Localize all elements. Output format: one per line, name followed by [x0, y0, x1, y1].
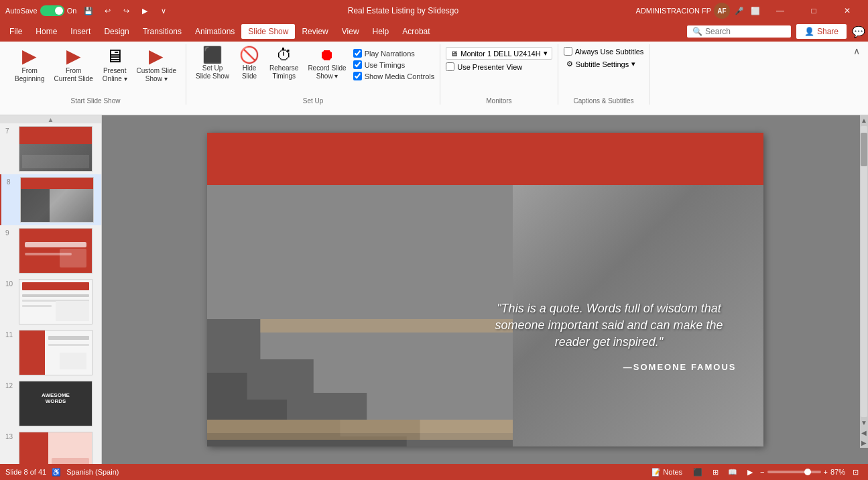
record-label: Record SlideShow ▾	[308, 64, 346, 80]
menu-acrobat[interactable]: Acrobat	[395, 24, 436, 39]
scroll-thumb[interactable]	[861, 133, 867, 166]
slide-thumb-10	[19, 279, 92, 324]
zoom-in-button[interactable]: +	[824, 468, 828, 476]
accessibility-button[interactable]: ♿	[52, 468, 61, 477]
autosave-on: On	[67, 7, 77, 15]
scroll-track[interactable]	[861, 126, 867, 417]
notes-button[interactable]: 📝 Notes	[646, 467, 688, 478]
fit-slide-button[interactable]: ⊡	[848, 465, 863, 479]
maximize-button[interactable]: □	[798, 0, 829, 21]
from-beginning-button[interactable]: ▶ FromBeginning	[11, 44, 48, 86]
canvas-vscroll[interactable]: ▲ ▼ ◀ ▶	[860, 115, 868, 448]
rehearse-timings-button[interactable]: ⏱ RehearseTimings	[265, 44, 302, 83]
customize-button[interactable]: ∨	[157, 4, 170, 17]
slideshow-view-button[interactable]: ▶	[743, 465, 757, 479]
subtitle-settings-button[interactable]: ⚙ Subtitle Settings ▾	[564, 58, 644, 70]
slide-item-9[interactable]: 9	[0, 225, 101, 276]
ribbon-collapse-button[interactable]: ∧	[851, 44, 863, 58]
show-media-controls-checkbox[interactable]: Show Media Controls	[353, 72, 435, 80]
scroll-down-arrow[interactable]: ▼	[859, 418, 868, 428]
record-slideshow-button[interactable]: ⏺ Record SlideShow ▾	[304, 44, 350, 83]
monitor-chevron-icon: ▾	[544, 49, 548, 58]
play-narrations-checkbox[interactable]: Play Narrations	[353, 49, 435, 58]
slide-number-10: 10	[5, 279, 16, 288]
slide-info: Slide 8 of 41	[5, 468, 46, 476]
slide-sorter-button[interactable]: ⊞	[708, 465, 723, 479]
slide-item-10[interactable]: 10	[0, 276, 101, 327]
custom-slideshow-label: Custom SlideShow ▾	[137, 67, 176, 83]
menu-view[interactable]: View	[335, 24, 366, 39]
quote-author: —SOMEONE FAMOUS	[482, 361, 737, 371]
slide-top-bar	[207, 133, 763, 185]
ribbon-group-captions: Always Use Subtitles ⚙ Subtitle Settings…	[558, 44, 650, 105]
ribbon-collapse-button[interactable]: ⬜	[749, 4, 762, 17]
share-button[interactable]: 👤 Share	[796, 24, 847, 39]
hide-slide-button[interactable]: 🚫 HideSlide	[235, 44, 264, 83]
use-timings-checkbox[interactable]: Use Timings	[353, 60, 435, 69]
slide-item-7[interactable]: 7	[0, 123, 101, 174]
svg-rect-5	[260, 319, 513, 333]
scroll-prev-arrow[interactable]: ◀	[860, 428, 868, 438]
slide-thumb-11	[19, 330, 92, 375]
slide-item-12[interactable]: 12 AWESOMEWORDS	[0, 378, 101, 429]
zoom-slider[interactable]: − +	[760, 468, 828, 476]
hide-slide-icon: 🚫	[239, 47, 259, 63]
undo-button[interactable]: ↩	[101, 4, 114, 17]
close-button[interactable]: ✕	[832, 0, 863, 21]
always-use-subtitles-checkbox[interactable]: Always Use Subtitles	[564, 47, 644, 56]
microphone-button[interactable]: 🎤	[733, 4, 746, 17]
play-from-start-icon: ▶	[22, 47, 37, 66]
autosave-toggle[interactable]	[40, 5, 64, 16]
slide-canvas: "This is a quote. Words full of wisdom t…	[207, 133, 763, 446]
monitor-dropdown[interactable]: 🖥 Monitor 1 DELL U2414H ▾	[446, 47, 552, 60]
slide-item-8[interactable]: 8	[0, 174, 101, 225]
zoom-track[interactable]	[767, 471, 821, 473]
slide-panel[interactable]: ▲ 7 8 9	[0, 115, 102, 464]
menu-transitions[interactable]: Transitions	[136, 24, 188, 39]
slide-item-11[interactable]: 11	[0, 327, 101, 378]
statusbar-left: Slide 8 of 41 ♿ Spanish (Spain)	[5, 468, 641, 477]
menu-review[interactable]: Review	[295, 24, 334, 39]
menu-insert[interactable]: Insert	[64, 24, 97, 39]
menu-animations[interactable]: Animations	[188, 24, 241, 39]
share-icon: 👤	[804, 27, 814, 36]
user-name: ADMINISTRACION FP	[636, 7, 711, 15]
setup-slideshow-button[interactable]: ⬛ Set UpSlide Show	[192, 44, 233, 83]
scroll-next-arrow[interactable]: ▶	[860, 438, 868, 448]
slide-panel-scroll-up[interactable]: ▲	[0, 115, 101, 123]
present-button[interactable]: ▶	[138, 4, 151, 17]
comment-button[interactable]: 💬	[852, 25, 865, 38]
menu-file[interactable]: File	[3, 24, 29, 39]
menu-design[interactable]: Design	[97, 24, 135, 39]
search-box[interactable]: 🔍	[687, 25, 791, 38]
svg-rect-4	[207, 433, 513, 440]
slide-thumb-9	[19, 228, 92, 274]
slide-number-12: 12	[5, 381, 16, 389]
quote-overlay: "This is a quote. Words full of wisdom t…	[482, 260, 737, 372]
menu-home[interactable]: Home	[29, 24, 64, 39]
present-online-button[interactable]: 🖥 PresentOnline ▾	[99, 44, 131, 86]
subtitle-settings-icon: ⚙	[566, 60, 573, 68]
avatar[interactable]: AF	[714, 3, 730, 19]
captions-section: Always Use Subtitles ⚙ Subtitle Settings…	[564, 44, 644, 72]
zoom-out-button[interactable]: −	[760, 468, 764, 476]
scroll-up-arrow[interactable]: ▲	[859, 115, 868, 125]
normal-view-button[interactable]: ⬛	[690, 465, 705, 479]
presenter-view-checkbox[interactable]: Use Presenter View	[446, 62, 552, 71]
from-current-button[interactable]: ▶ FromCurrent Slide	[50, 44, 97, 86]
menu-help[interactable]: Help	[366, 24, 396, 39]
redo-button[interactable]: ↪	[119, 4, 133, 17]
slide-item-13[interactable]: 13	[0, 429, 101, 464]
ribbon-group-start-slideshow: ▶ FromBeginning ▶ FromCurrent Slide 🖥 Pr…	[5, 44, 186, 105]
minimize-button[interactable]: —	[765, 0, 796, 21]
custom-slideshow-button[interactable]: ▶ Custom SlideShow ▾	[133, 44, 180, 86]
svg-rect-3	[207, 420, 513, 433]
reading-view-button[interactable]: 📖	[725, 465, 740, 479]
save-button[interactable]: 💾	[82, 4, 95, 17]
rehearse-icon: ⏱	[276, 47, 292, 63]
menu-slideshow[interactable]: Slide Show	[241, 24, 295, 39]
main-area: ▲ 7 8 9	[0, 115, 868, 464]
search-input[interactable]	[705, 27, 786, 36]
subtitle-settings-label: Subtitle Settings	[576, 60, 629, 68]
monitor-label: Monitor 1 DELL U2414H	[460, 50, 540, 58]
